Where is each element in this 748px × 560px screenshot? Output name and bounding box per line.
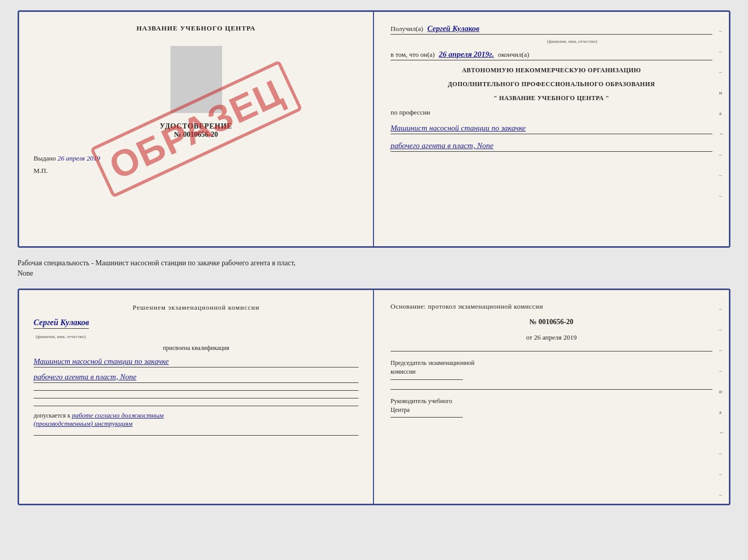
profession-line2: рабочего агента в пласт, None	[391, 141, 712, 152]
date-prefix: от	[526, 333, 532, 341]
vtom-date: 26 апреля 2019г.	[439, 50, 494, 59]
bottom-name-value: Сергей Кулаков	[34, 318, 89, 329]
predsedatel-label: Председатель экзаменационной комиссии	[391, 359, 712, 376]
date-value: 26 апреля 2019	[534, 333, 577, 341]
org-line3: " НАЗВАНИЕ УЧЕБНОГО ЦЕНТРА "	[391, 94, 712, 102]
org-line1: АВТОНОМНУЮ НЕКОММЕРЧЕСКУЮ ОРГАНИЗАЦИЮ	[391, 67, 712, 74]
poluchil-sublabel: (фамилия, имя, отчество)	[432, 39, 712, 44]
допускается-value: работе согласно должностным	[72, 411, 164, 419]
divider4	[34, 435, 359, 436]
vydano-label: Выдано	[34, 154, 56, 162]
profession-line1: Машинист насосной станции по закачке	[391, 124, 712, 134]
bottom-certificate: Решением экзаменационной комиссии Сергей…	[18, 289, 730, 505]
допускается-label: допускается к	[34, 412, 70, 419]
bottom-right-panel: Основание: протокол экзаменационной коми…	[374, 290, 729, 504]
bottom-profession-line1: Машинист насосной станции по закачке	[34, 357, 359, 367]
top-certificate: НАЗВАНИЕ УЧЕБНОГО ЦЕНТРА УДОСТОВЕРЕНИЕ №…	[18, 10, 730, 248]
po-professii: по профессии	[391, 108, 712, 117]
divider2	[34, 398, 359, 398]
poluchil-label: Получил(а)	[391, 25, 423, 33]
protokol-number: № 0010656-20	[391, 318, 712, 326]
subtitle-line1: Рабочая специальность - Машинист насосно…	[18, 259, 295, 267]
poluchil-field: Получил(а) Сергей Кулаков	[391, 24, 712, 35]
допускается-value2: (производственным) инструкциям	[34, 420, 359, 428]
top-left-title: НАЗВАНИЕ УЧЕБНОГО ЦЕНТРА	[136, 24, 256, 33]
photo-placeholder	[170, 46, 222, 113]
vydano-line: Выдано 26 апреля 2019	[34, 154, 100, 163]
okonchil-label: окончил(а)	[498, 51, 529, 59]
bottom-side-decorations: – – – – и а ← – – – –	[719, 306, 725, 505]
divider1	[34, 390, 359, 391]
prisvoena-label: присвоена квалификация	[34, 344, 359, 352]
udost-number: № 0010656-20	[160, 131, 232, 139]
допускается-block: допускается к работе согласно должностны…	[34, 411, 359, 428]
top-right-panel: Получил(а) Сергей Кулаков (фамилия, имя,…	[374, 12, 729, 246]
po-professii-label: по профессии	[391, 108, 430, 116]
udost-block: УДОСТОВЕРЕНИЕ № 0010656-20	[160, 122, 232, 139]
predsedatel-block: Председатель экзаменационной комиссии	[391, 359, 712, 380]
side-decorations: – – – и а ← – – –	[719, 27, 725, 199]
bottom-name-block: Сергей Кулаков	[34, 318, 359, 329]
poluchil-value: Сергей Кулаков	[427, 24, 479, 33]
rukovoditel-sign-line	[391, 417, 463, 418]
divider3	[34, 406, 359, 406]
vydano-date: 26 апреля 2019	[58, 154, 100, 162]
vtom-label: в том, что он(а)	[391, 51, 435, 59]
vtom-field: в том, что он(а) 26 апреля 2019г. окончи…	[391, 50, 712, 60]
bottom-name-sublabel: (фамилия, имя, отчество)	[36, 334, 359, 339]
right-divider1	[391, 351, 712, 351]
udost-label: УДОСТОВЕРЕНИЕ	[160, 122, 232, 131]
protokol-date: от 26 апреля 2019	[391, 333, 712, 342]
top-left-panel: НАЗВАНИЕ УЧЕБНОГО ЦЕНТРА УДОСТОВЕРЕНИЕ №…	[19, 12, 374, 246]
bottom-profession-line2: рабочего агента в пласт, None	[34, 373, 359, 383]
predsedatel-sign-line	[391, 379, 463, 380]
bottom-left-panel: Решением экзаменационной комиссии Сергей…	[19, 290, 374, 504]
right-divider2	[391, 389, 712, 390]
subtitle-text: Рабочая специальность - Машинист насосно…	[18, 256, 730, 280]
osnov-title: Основание: протокол экзаменационной коми…	[391, 302, 712, 311]
mp-line: М.П.	[34, 167, 48, 175]
rukovoditel-label: Руководитель учебного Центра	[391, 397, 712, 414]
resheniem-title: Решением экзаменационной комиссии	[34, 302, 359, 313]
rukovoditel-block: Руководитель учебного Центра	[391, 397, 712, 418]
subtitle-line2: None	[18, 269, 33, 277]
org-line2: ДОПОЛНИТЕЛЬНОГО ПРОФЕССИОНАЛЬНОГО ОБРАЗО…	[391, 81, 712, 88]
